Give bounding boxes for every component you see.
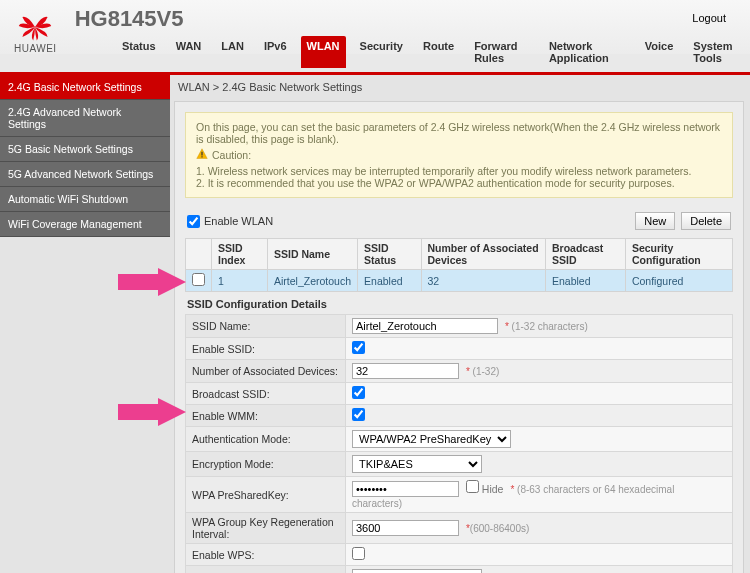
ssid-name-label: SSID Name: <box>186 315 346 338</box>
logout-link[interactable]: Logout <box>692 12 726 24</box>
notice-line: On this page, you can set the basic para… <box>196 121 722 145</box>
row-select-checkbox[interactable] <box>192 273 205 286</box>
sidebar-item[interactable]: 5G Basic Network Settings <box>0 137 170 162</box>
group-key-hint: *(600-86400s) <box>466 523 529 534</box>
delete-button[interactable]: Delete <box>681 212 731 230</box>
topnav-item-wan[interactable]: WAN <box>170 36 208 68</box>
assoc-devices-input[interactable] <box>352 363 459 379</box>
enable-wps-checkbox[interactable] <box>352 547 365 560</box>
topnav-item-system-tools[interactable]: System Tools <box>687 36 750 68</box>
topnav-item-ipv6[interactable]: IPv6 <box>258 36 293 68</box>
brand-logo-area: HUAWEI <box>14 13 57 54</box>
enc-mode-label: Encryption Mode: <box>186 452 346 477</box>
huawei-logo-icon <box>17 13 53 41</box>
annotation-arrow-icon <box>118 268 186 298</box>
enable-wlan-label[interactable]: Enable WLAN <box>187 215 273 228</box>
group-key-input[interactable] <box>352 520 459 536</box>
topnav-item-network-application[interactable]: Network Application <box>543 36 631 68</box>
hide-psk-label: Hide <box>482 483 504 495</box>
enable-wmm-checkbox[interactable] <box>352 408 365 421</box>
wps-mode-select[interactable]: PBC <box>352 569 482 573</box>
enable-ssid-checkbox[interactable] <box>352 341 365 354</box>
enable-wlan-checkbox[interactable] <box>187 215 200 228</box>
model-number: HG8145V5 <box>75 6 184 32</box>
topnav-item-status[interactable]: Status <box>116 36 162 68</box>
topnav-item-lan[interactable]: LAN <box>215 36 250 68</box>
table-row[interactable]: 1 Airtel_Zerotouch Enabled 32 Enabled Co… <box>186 270 733 292</box>
sidebar-item[interactable]: 2.4G Basic Network Settings <box>0 75 170 100</box>
svg-marker-3 <box>118 268 186 296</box>
table-header: Number of Associated Devices <box>421 239 546 270</box>
assoc-devices-label: Number of Associated Devices: <box>186 360 346 383</box>
hide-psk-checkbox[interactable] <box>466 480 479 493</box>
cell-ssid-status: Enabled <box>358 270 421 292</box>
auth-mode-label: Authentication Mode: <box>186 427 346 452</box>
notice-box: On this page, you can set the basic para… <box>185 112 733 198</box>
settings-panel: On this page, you can set the basic para… <box>174 101 744 573</box>
cell-assoc-devices: 32 <box>421 270 546 292</box>
enable-wmm-label: Enable WMM: <box>186 405 346 427</box>
enc-mode-select[interactable]: TKIP&AES <box>352 455 482 473</box>
enable-ssid-label: Enable SSID: <box>186 338 346 360</box>
main-content: WLAN > 2.4G Basic Network Settings On th… <box>170 75 750 573</box>
ssid-name-hint: * (1-32 characters) <box>505 321 588 332</box>
annotation-arrow-icon <box>118 398 186 428</box>
new-button[interactable]: New <box>635 212 675 230</box>
table-header <box>186 239 212 270</box>
sidebar-item[interactable]: Automatic WiFi Shutdown <box>0 187 170 212</box>
svg-marker-4 <box>118 398 186 426</box>
notice-line: 1. Wireless network services may be inte… <box>196 165 722 177</box>
group-key-label: WPA Group Key Regeneration Interval: <box>186 513 346 544</box>
wlan-toolbar: Enable WLAN New Delete <box>185 208 733 234</box>
wpa-psk-input[interactable] <box>352 481 459 497</box>
caution-label: Caution: <box>212 149 251 161</box>
broadcast-ssid-checkbox[interactable] <box>352 386 365 399</box>
sidebar-item[interactable]: 2.4G Advanced Network Settings <box>0 100 170 137</box>
breadcrumb: WLAN > 2.4G Basic Network Settings <box>174 75 744 101</box>
svg-rect-2 <box>201 156 202 157</box>
table-header: Security Configuration <box>625 239 732 270</box>
table-header: SSID Name <box>268 239 358 270</box>
topnav-item-wlan[interactable]: WLAN <box>301 36 346 68</box>
wpa-psk-label: WPA PreSharedKey: <box>186 477 346 513</box>
ssid-config-form: SSID Name: * (1-32 characters) Enable SS… <box>185 314 733 573</box>
table-header: SSID Index <box>212 239 268 270</box>
topnav-item-voice[interactable]: Voice <box>639 36 680 68</box>
cell-ssid-name: Airtel_Zerotouch <box>268 270 358 292</box>
table-header: Broadcast SSID <box>546 239 626 270</box>
cell-broadcast: Enabled <box>546 270 626 292</box>
sidebar: 2.4G Basic Network Settings2.4G Advanced… <box>0 75 170 573</box>
broadcast-ssid-label: Broadcast SSID: <box>186 383 346 405</box>
top-nav: StatusWANLANIPv6WLANSecurityRouteForward… <box>0 36 750 72</box>
sidebar-item[interactable]: 5G Advanced Network Settings <box>0 162 170 187</box>
caution-icon <box>196 148 208 162</box>
brand-text: HUAWEI <box>14 43 57 54</box>
cell-security: Configured <box>625 270 732 292</box>
notice-line: 2. It is recommended that you use the WP… <box>196 177 722 189</box>
ssid-table: SSID IndexSSID NameSSID StatusNumber of … <box>185 238 733 292</box>
wps-mode-label: WPS Mode: <box>186 566 346 574</box>
sidebar-item[interactable]: WiFi Coverage Management <box>0 212 170 237</box>
cell-ssid-index: 1 <box>212 270 268 292</box>
section-title: SSID Configuration Details <box>185 292 733 314</box>
assoc-devices-hint: * (1-32) <box>466 366 499 377</box>
table-header: SSID Status <box>358 239 421 270</box>
topnav-item-route[interactable]: Route <box>417 36 460 68</box>
svg-rect-1 <box>201 152 202 156</box>
topnav-item-forward-rules[interactable]: Forward Rules <box>468 36 535 68</box>
auth-mode-select[interactable]: WPA/WPA2 PreSharedKey <box>352 430 511 448</box>
topnav-item-security[interactable]: Security <box>354 36 409 68</box>
enable-wps-label: Enable WPS: <box>186 544 346 566</box>
ssid-name-input[interactable] <box>352 318 498 334</box>
table-header-row: SSID IndexSSID NameSSID StatusNumber of … <box>186 239 733 270</box>
